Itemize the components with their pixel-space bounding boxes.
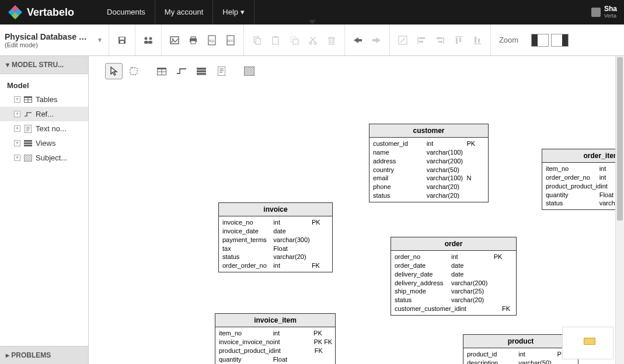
tree-item-subject[interactable]: + Subject... [0,150,88,165]
entity-title: order [391,237,516,251]
add-table-tool[interactable] [153,63,170,79]
svg-rect-46 [456,38,458,44]
zoom-button[interactable]: Zoom [494,36,523,44]
panel-collapse-handle[interactable] [309,20,316,24]
document-title: Physical Database M... [5,32,92,41]
column-row: ship_modevarchar(25) [395,287,513,296]
copy-button[interactable] [249,32,265,48]
column-row: order_nointPK [395,253,513,261]
tree-item-views[interactable]: + Views [0,136,88,150]
user-avatar-icon [591,8,601,17]
svg-rect-61 [24,145,32,146]
svg-rect-20 [256,38,260,44]
entity-order[interactable]: order order_nointPKorder_datedatedeliver… [391,237,517,316]
svg-rect-43 [437,37,442,39]
nav-documents[interactable]: Documents [97,0,155,24]
svg-rect-71 [197,70,206,72]
redo-button[interactable] [368,32,385,48]
entity-invoice-item[interactable]: invoice_item item_nointPKinvoice_invoice… [215,313,336,364]
delete-button[interactable] [323,32,340,48]
entity-product[interactable]: product product_idintPKdescriptionvarcha… [463,334,578,364]
entity-title: product [463,335,578,348]
column-row: delivery_datedate [395,270,513,279]
paste-button[interactable] [267,32,284,48]
align-right-button[interactable] [432,32,448,48]
edit-pencil-button[interactable] [395,32,411,48]
duplicate-button[interactable] [286,32,302,48]
minimap[interactable] [562,327,613,359]
view-icon [24,140,32,147]
marquee-tool[interactable] [125,63,142,79]
left-panel-toggle[interactable] [531,34,549,47]
column-row: order_order_nointPK FK [546,173,624,182]
cut-button[interactable] [305,32,321,48]
tree-item-references[interactable]: + Ref... [0,107,88,121]
svg-rect-5 [120,41,124,43]
column-row: statusvarchar(20) [222,253,329,261]
svg-rect-29 [329,38,334,44]
column-row: statusvarchar(20) [395,296,513,304]
nav-myaccount[interactable]: My account [155,0,213,24]
entity-order-item[interactable]: order_item item_nointPKorder_order_noint… [542,149,624,210]
doc-export-button[interactable]: DOC [222,32,239,48]
problems-panel-header[interactable]: ▸ PROBLEMS [0,346,88,364]
svg-text:SQL: SQL [209,39,215,43]
table-icon [24,96,32,103]
scroll-thumb[interactable] [617,57,623,220]
model-tree: Model + Tables + Ref... + Text no... + V… [0,74,88,346]
entity-title: order_item [542,149,624,163]
expand-icon[interactable]: + [14,140,20,146]
expand-icon[interactable]: + [14,155,20,161]
add-note-tool[interactable] [212,63,230,79]
model-structure-header[interactable]: ▾MODEL STRU... [0,56,88,74]
entity-customer[interactable]: customer customer_idintPKnamevarchar(100… [369,124,489,202]
svg-rect-41 [419,41,423,43]
document-title-block[interactable]: Physical Database M... (Edit mode) [5,32,92,48]
add-reference-tool[interactable] [173,63,190,79]
canvas-layer: customer customer_idintPKnamevarchar(100… [89,56,624,364]
svg-marker-64 [111,67,117,75]
tree-root-model[interactable]: Model [0,79,88,92]
undo-button[interactable] [350,32,366,48]
align-left-button[interactable] [413,32,430,48]
expand-icon[interactable]: + [14,125,20,132]
svg-rect-70 [197,68,206,70]
right-panel-toggle[interactable] [551,34,569,47]
share-button[interactable] [140,32,156,48]
brand-logo[interactable]: Vertabelo [7,4,74,20]
column-row: statusvarchar(20) [373,191,484,200]
select-tool[interactable] [105,63,123,79]
vertical-scrollbar[interactable] [615,56,624,364]
svg-rect-22 [274,36,277,38]
tree-item-tables[interactable]: + Tables [0,92,88,107]
top-nav: Documents My account Help ▾ [97,0,255,24]
nav-help[interactable]: Help ▾ [213,0,254,24]
expand-icon[interactable]: + [14,96,20,103]
align-top-button[interactable] [451,32,467,48]
svg-text:DOC: DOC [227,39,234,43]
document-dropdown-icon[interactable]: ▼ [97,37,103,43]
save-button[interactable] [114,32,130,48]
sql-export-button[interactable]: SQL [204,32,220,48]
svg-rect-9 [148,41,152,44]
svg-rect-73 [218,66,225,76]
tree-item-textnotes[interactable]: + Text no... [0,121,88,136]
svg-line-38 [400,38,405,43]
add-area-tool[interactable] [240,63,258,79]
user-menu[interactable]: Sha Verta [591,5,617,19]
column-row: statusvarchar(20) [546,199,624,208]
svg-rect-44 [438,41,442,43]
column-row: emailvarchar(100)N [373,174,484,183]
svg-rect-50 [478,38,480,43]
add-view-tool[interactable] [193,63,210,79]
align-bottom-button[interactable] [469,32,486,48]
diagram-canvas[interactable]: customer customer_idintPKnamevarchar(100… [89,56,624,364]
user-label: Sha Verta [604,5,617,19]
print-button[interactable] [185,32,201,48]
svg-rect-34 [358,39,362,41]
image-export-button[interactable] [166,32,183,48]
minimap-viewport[interactable] [584,338,595,345]
expand-icon[interactable]: + [14,111,20,117]
column-row: customer_idintPK [373,139,484,148]
entity-invoice[interactable]: invoice invoice_nointPKinvoice_datedatep… [218,202,333,272]
